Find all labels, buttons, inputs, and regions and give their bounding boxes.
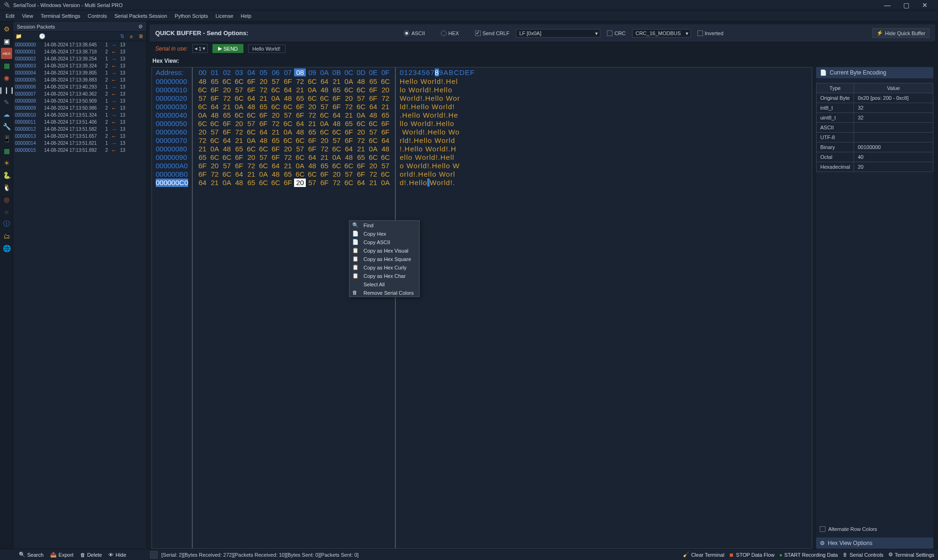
menu-terminal-settings[interactable]: Terminal Settings bbox=[37, 11, 84, 21]
hex-icon[interactable]: HEX bbox=[1, 48, 12, 59]
packet-row[interactable]: 0000001514-08-2024 17:13:51.8922←13 bbox=[13, 147, 146, 154]
send-text-input[interactable]: Hello World! bbox=[248, 45, 286, 53]
spin-right-icon[interactable]: ▾ bbox=[203, 45, 205, 52]
eye-icon: 👁 bbox=[108, 552, 113, 558]
bars-icon[interactable]: ≣ bbox=[137, 33, 144, 40]
packet-row[interactable]: 0000000114-08-2024 17:13:38.7182←13 bbox=[13, 48, 146, 55]
python-icon[interactable]: 🐍 bbox=[1, 170, 12, 181]
context-menu[interactable]: 🔍Find📄Copy Hex📄Copy ASCII📋Copy as Hex Vi… bbox=[349, 220, 420, 297]
device-icon[interactable]: 📱 bbox=[1, 133, 12, 144]
packet-row[interactable]: 0000000314-08-2024 17:13:39.3242←13 bbox=[13, 62, 146, 69]
gear-icon[interactable]: ⚙ bbox=[1, 23, 12, 35]
crlf-select[interactable]: LF [0x0A] bbox=[516, 29, 600, 37]
hex-ascii-column: 0123456789ABCDEF Hello World!.Hello Worl… bbox=[396, 67, 812, 548]
context-menu-item[interactable]: 📋Copy as Hex Square bbox=[349, 254, 419, 263]
packet-row[interactable]: 0000000214-08-2024 17:13:39.2541→13 bbox=[13, 55, 146, 62]
packet-row[interactable]: 0000001414-08-2024 17:13:51.8211→13 bbox=[13, 140, 146, 147]
spin-left-icon[interactable]: ◂ bbox=[195, 45, 197, 52]
minimize-button[interactable]: — bbox=[878, 0, 897, 10]
crc-checkbox[interactable]: CRC bbox=[607, 30, 626, 36]
checkbox-icon bbox=[475, 30, 481, 36]
hex-view[interactable]: Address: 0000000000000010000000200000003… bbox=[151, 67, 812, 549]
serial-number-spinner[interactable]: ◂ 1 ▾ bbox=[192, 44, 207, 53]
sun-icon[interactable]: ☀ bbox=[1, 157, 12, 169]
inverted-checkbox[interactable]: Inverted bbox=[697, 30, 724, 36]
wrench-icon[interactable]: 🔧 bbox=[1, 121, 12, 132]
crc-select[interactable]: CRC_16_MODBUS bbox=[632, 29, 691, 37]
menu-python-scripts[interactable]: Python Scripts bbox=[171, 11, 212, 21]
menu-serial-packets-session[interactable]: Serial Packets Session bbox=[111, 11, 171, 21]
status-box-icon[interactable] bbox=[150, 551, 158, 559]
ascii-radio[interactable]: ASCII bbox=[404, 30, 425, 36]
serial-controls-action[interactable]: 🎚Serial Controls bbox=[842, 552, 883, 558]
circle-red-icon[interactable]: ◉ bbox=[1, 72, 12, 83]
stop-dataflow-action[interactable]: ⏹STOP Data Flow bbox=[729, 552, 774, 558]
wand-icon[interactable]: ✎ bbox=[1, 97, 12, 108]
packet-row[interactable]: 0000001314-08-2024 17:13:51.6572←13 bbox=[13, 133, 146, 140]
folder-icon[interactable]: 📁 bbox=[15, 33, 23, 40]
context-menu-item[interactable]: 📄Copy ASCII bbox=[349, 238, 419, 246]
penguin-icon[interactable]: 🐧 bbox=[1, 182, 12, 193]
terminal-icon[interactable]: ▣ bbox=[1, 36, 12, 47]
menu-license[interactable]: License bbox=[212, 11, 237, 21]
grid-icon[interactable]: ▦ bbox=[1, 145, 12, 157]
packet-row[interactable]: 0000000014-08-2024 17:13:38.6451→13 bbox=[13, 41, 146, 48]
encoding-row: int8_t32 bbox=[817, 103, 933, 112]
cloud-icon[interactable]: ☁ bbox=[1, 109, 12, 120]
packet-row[interactable]: 0000000714-08-2024 17:13:40.3622←13 bbox=[13, 90, 146, 97]
document-icon: 📄 bbox=[820, 69, 827, 76]
delete-action[interactable]: 🗑Delete bbox=[80, 552, 102, 558]
list-icon[interactable]: ≡ bbox=[128, 33, 135, 40]
context-menu-item[interactable]: 📋Copy as Hex Visual bbox=[349, 246, 419, 254]
sliders-icon: 🎚 bbox=[842, 552, 847, 558]
context-menu-item[interactable]: Select All bbox=[349, 280, 419, 288]
radio-icon bbox=[441, 30, 446, 36]
square-green-icon[interactable]: ▦ bbox=[1, 60, 12, 71]
clock-icon[interactable]: 🕐 bbox=[38, 33, 46, 40]
menu-controls[interactable]: Controls bbox=[84, 11, 111, 21]
swirl-icon[interactable]: ◎ bbox=[1, 194, 12, 205]
maximize-button[interactable]: ▢ bbox=[897, 0, 915, 10]
context-menu-item[interactable]: 📄Copy Hex bbox=[349, 229, 419, 238]
search-action[interactable]: 🔍Search bbox=[19, 552, 44, 558]
globe-icon[interactable]: 🌐 bbox=[1, 243, 12, 254]
info-icon[interactable]: ⓘ bbox=[1, 218, 12, 230]
packet-row[interactable]: 0000000814-08-2024 17:13:50.9091→13 bbox=[13, 97, 146, 105]
menu-edit[interactable]: Edit bbox=[2, 11, 18, 21]
hex-radio[interactable]: HEX bbox=[441, 30, 459, 36]
terminal-settings-action[interactable]: ⚙Terminal Settings bbox=[888, 552, 934, 558]
clear-terminal-action[interactable]: 🧹Clear Terminal bbox=[683, 552, 725, 558]
send-crlf-checkbox[interactable]: Send CRLF bbox=[475, 30, 509, 36]
packet-row[interactable]: 0000001114-08-2024 17:13:51.4062←13 bbox=[13, 119, 146, 126]
context-menu-item[interactable]: 🔍Find bbox=[349, 221, 419, 229]
context-menu-item[interactable]: 📋Copy as Hex Char bbox=[349, 271, 419, 280]
packet-row[interactable]: 0000000514-08-2024 17:13:39.8832←13 bbox=[13, 76, 146, 83]
packet-row[interactable]: 0000000614-08-2024 17:13:40.2931→13 bbox=[13, 83, 146, 90]
context-menu-item[interactable]: 🗑Remove Serial Colors bbox=[349, 288, 419, 297]
packet-row[interactable]: 0000000414-08-2024 17:13:39.8051→13 bbox=[13, 69, 146, 76]
menu-view[interactable]: View bbox=[18, 11, 37, 21]
menu-help[interactable]: Help bbox=[237, 11, 255, 21]
sort-icon[interactable]: ⇅ bbox=[118, 33, 126, 40]
packet-list[interactable]: 0000000014-08-2024 17:13:38.6451→1300000… bbox=[13, 41, 146, 549]
panel-pin-icon[interactable]: ⊘ bbox=[138, 23, 143, 30]
alternate-row-colors-checkbox[interactable]: Alternate Row Colors bbox=[816, 523, 933, 536]
quick-buffer-label: QUICK BUFFER - Send Options: bbox=[155, 30, 249, 37]
serial-in-use-bar: Serial in use: ◂ 1 ▾ ▶ SEND Hello World! bbox=[150, 42, 935, 55]
context-menu-item[interactable]: 📋Copy as Hex Curly bbox=[349, 263, 419, 271]
layers-icon[interactable]: ❙❙❙ bbox=[1, 84, 12, 96]
hide-quick-buffer-button[interactable]: ⚡ Hide Quick Buffer bbox=[872, 28, 930, 38]
packet-row[interactable]: 0000001214-08-2024 17:13:51.5821→13 bbox=[13, 126, 146, 133]
hex-view-options-button[interactable]: ⚙ Hex View Options bbox=[816, 538, 933, 549]
close-button[interactable]: ✕ bbox=[915, 0, 934, 10]
send-button[interactable]: ▶ SEND bbox=[212, 44, 244, 53]
start-recording-action[interactable]: ●START Recording Data bbox=[779, 552, 838, 558]
export-action[interactable]: 📤Export bbox=[50, 552, 74, 558]
packet-row[interactable]: 0000001014-08-2024 17:13:51.3241→13 bbox=[13, 112, 146, 119]
circle-gray-icon[interactable]: ○ bbox=[1, 206, 12, 217]
checkbox-icon bbox=[820, 526, 825, 532]
packet-row[interactable]: 0000000914-08-2024 17:13:50.9862←13 bbox=[13, 105, 146, 112]
hide-action[interactable]: 👁Hide bbox=[108, 552, 126, 558]
session-panel-title: Session Packets bbox=[17, 24, 55, 30]
card-icon[interactable]: 🗂 bbox=[1, 231, 12, 242]
